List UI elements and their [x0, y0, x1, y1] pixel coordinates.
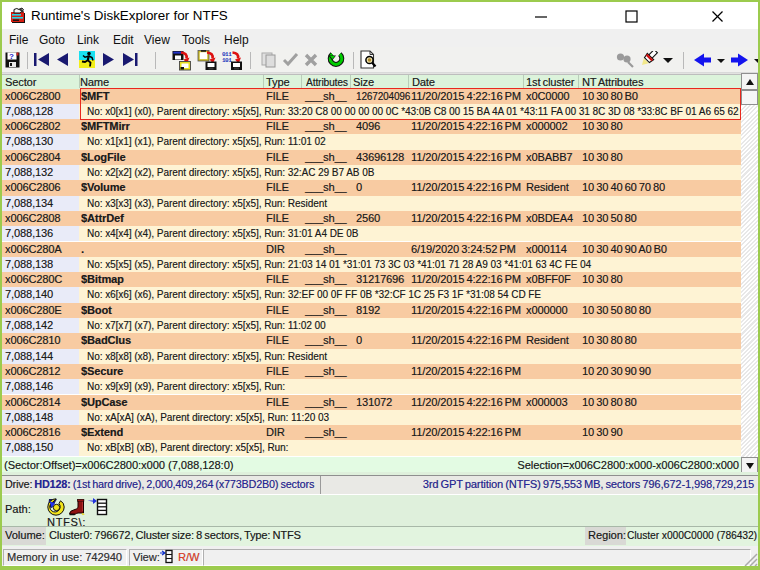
svg-text:?: ? [9, 52, 14, 61]
svg-text:101: 101 [222, 57, 232, 64]
